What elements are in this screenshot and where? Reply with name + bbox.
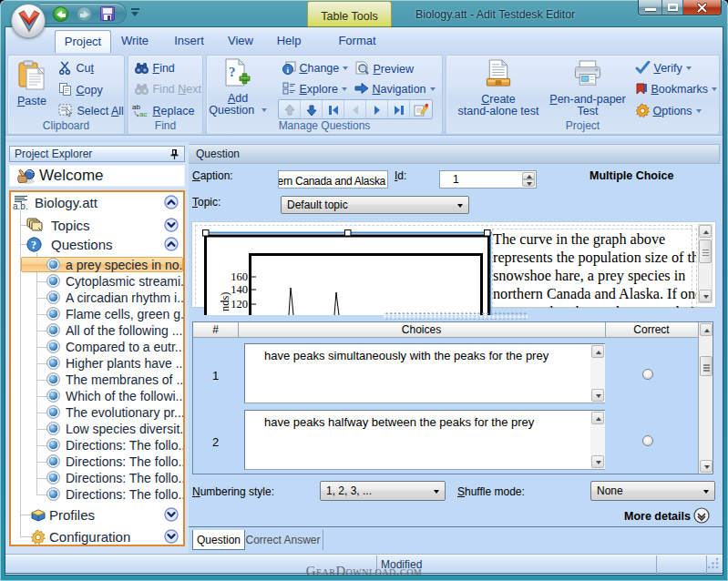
svg-text:ac: ac <box>139 110 147 117</box>
svg-text:140: 140 <box>231 283 248 296</box>
svg-text:?: ? <box>229 65 236 79</box>
svg-text:?: ? <box>31 239 36 251</box>
svg-text:a.b.: a.b. <box>13 201 28 210</box>
svg-text:160: 160 <box>231 270 248 283</box>
